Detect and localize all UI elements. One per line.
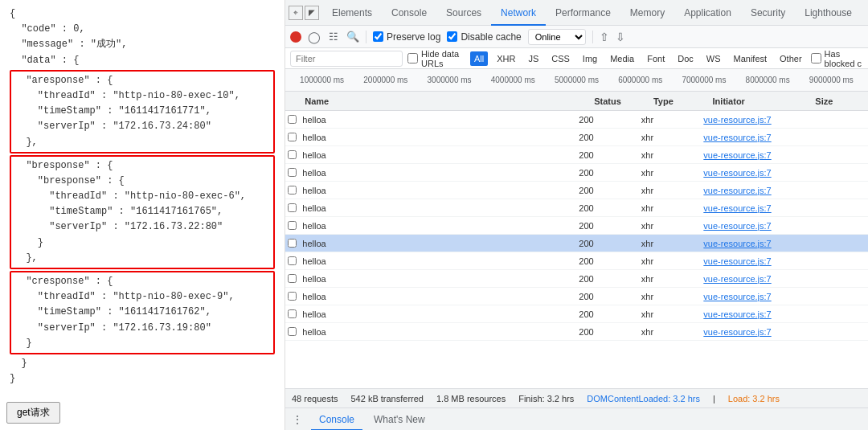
filter-all-button[interactable]: All (470, 51, 488, 66)
table-row[interactable]: helloa 200 xhr vue-resource.js:7 (285, 146, 868, 164)
row-initiator[interactable]: vue-resource.js:7 (697, 150, 805, 160)
hide-data-urls-text: Hide data URLs (421, 49, 465, 68)
disable-cache-label[interactable]: Disable cache (447, 31, 521, 43)
row-initiator[interactable]: vue-resource.js:7 (697, 168, 805, 178)
row-type: xhr (635, 186, 698, 195)
tab-lighthouse[interactable]: Lighthouse (795, 0, 862, 26)
row-initiator[interactable]: vue-resource.js:7 (697, 239, 805, 248)
row-initiator[interactable]: vue-resource.js:7 (697, 309, 805, 319)
filter-other-button[interactable]: Other (776, 51, 806, 66)
inspect-icon[interactable]: ⌖ (289, 6, 303, 20)
row-initiator[interactable]: vue-resource.js:7 (697, 327, 805, 337)
row-initiator[interactable]: vue-resource.js:7 (697, 274, 805, 284)
cresponse-box: "cresponse" : { "threadId" : "http-nio-8… (10, 271, 275, 354)
row-checkbox[interactable] (285, 309, 299, 318)
tab-performance[interactable]: Performance (546, 0, 620, 26)
row-checkbox[interactable] (285, 186, 299, 195)
row-type: xhr (635, 327, 698, 337)
row-checkbox[interactable] (285, 239, 299, 248)
filter-ws-button[interactable]: WS (702, 51, 725, 66)
table-row[interactable]: helloa 200 xhr vue-resource.js:7 (285, 252, 868, 270)
table-row[interactable]: helloa 200 xhr vue-resource.js:7 (285, 182, 868, 199)
search-icon[interactable]: 🔍 (346, 31, 359, 43)
row-initiator[interactable]: vue-resource.js:7 (697, 256, 805, 266)
table-body: helloa 200 xhr vue-resource.js:7 helloa … (285, 111, 868, 341)
row-checkbox[interactable] (285, 115, 299, 124)
row-name: helloa (299, 115, 572, 125)
row-name: helloa (299, 292, 572, 301)
preserve-log-checkbox[interactable] (373, 31, 383, 42)
tab-whatsnew[interactable]: What's New (366, 408, 433, 431)
table-row[interactable]: helloa 200 xhr vue-resource.js:7 (285, 199, 868, 217)
disable-cache-checkbox[interactable] (447, 31, 457, 42)
more-tabs-icon[interactable]: › (862, 6, 868, 20)
row-checkbox[interactable] (285, 203, 299, 212)
get-request-button[interactable]: get请求 (6, 402, 60, 424)
row-initiator[interactable]: vue-resource.js:7 (697, 186, 805, 195)
row-name: helloa (299, 327, 572, 337)
row-name: helloa (299, 133, 572, 142)
filter-js-button[interactable]: JS (524, 51, 542, 66)
row-checkbox[interactable] (285, 150, 299, 159)
row-type: xhr (635, 256, 698, 266)
row-checkbox[interactable] (285, 133, 299, 141)
col-type-header: Type (647, 96, 706, 106)
table-row[interactable]: helloa 200 xhr vue-resource.js:7 (285, 129, 868, 146)
row-checkbox[interactable] (285, 327, 299, 336)
table-row[interactable]: helloa 200 xhr vue-resource.js:7 (285, 235, 868, 252)
tab-memory[interactable]: Memory (620, 0, 674, 26)
filter-img-button[interactable]: Img (579, 51, 601, 66)
row-checkbox[interactable] (285, 168, 299, 177)
row-status: 200 (572, 168, 635, 178)
table-row[interactable]: helloa 200 xhr vue-resource.js:7 (285, 305, 868, 323)
timeline-marker-7: 7000000 ms (672, 76, 735, 84)
tab-sources[interactable]: Sources (436, 0, 491, 26)
tab-console[interactable]: Console (382, 0, 436, 26)
row-checkbox[interactable] (285, 292, 299, 301)
tab-console-bottom[interactable]: Console (311, 408, 362, 431)
import-button[interactable]: ⇧ (600, 31, 609, 43)
table-row[interactable]: helloa 200 xhr vue-resource.js:7 (285, 288, 868, 305)
console-menu-icon[interactable]: ⋮ (292, 413, 303, 426)
row-name: helloa (299, 256, 572, 266)
filter-media-button[interactable]: Media (606, 51, 638, 66)
record-button[interactable] (290, 31, 301, 43)
filter-xhr-button[interactable]: XHR (493, 51, 519, 66)
row-initiator[interactable]: vue-resource.js:7 (697, 221, 805, 231)
tab-elements[interactable]: Elements (322, 0, 382, 26)
tab-network[interactable]: Network (491, 0, 546, 26)
row-checkbox[interactable] (285, 256, 299, 265)
hide-data-urls-checkbox[interactable] (407, 53, 418, 63)
table-row[interactable]: helloa 200 xhr vue-resource.js:7 (285, 217, 868, 235)
preserve-log-label[interactable]: Preserve log (373, 31, 440, 43)
row-checkbox[interactable] (285, 274, 299, 283)
row-initiator[interactable]: vue-resource.js:7 (697, 115, 805, 125)
table-row[interactable]: helloa 200 xhr vue-resource.js:7 (285, 164, 868, 182)
filter-css-button[interactable]: CSS (547, 51, 574, 66)
filter-icon[interactable]: ☷ (327, 31, 340, 43)
tab-security[interactable]: Security (741, 0, 795, 26)
export-button[interactable]: ⇩ (616, 31, 625, 43)
json-line: "message" : "成功", (10, 37, 275, 52)
row-checkbox[interactable] (285, 221, 299, 230)
throttle-select[interactable]: Online Fast 3G Slow 3G Offline (528, 29, 586, 45)
table-row[interactable]: helloa 200 xhr vue-resource.js:7 (285, 111, 868, 129)
separator: | (713, 394, 715, 403)
col-name-header: Name (298, 96, 588, 106)
filter-doc-button[interactable]: Doc (674, 51, 698, 66)
tab-application[interactable]: Application (674, 0, 741, 26)
row-status: 200 (572, 221, 635, 231)
table-row[interactable]: helloa 200 xhr vue-resource.js:7 (285, 323, 868, 341)
table-row[interactable]: helloa 200 xhr vue-resource.js:7 (285, 270, 868, 288)
row-initiator[interactable]: vue-resource.js:7 (697, 203, 805, 213)
clear-button[interactable]: ◯ (308, 31, 321, 43)
row-initiator[interactable]: vue-resource.js:7 (697, 292, 805, 301)
filter-manifest-button[interactable]: Manifest (729, 51, 771, 66)
row-initiator[interactable]: vue-resource.js:7 (697, 133, 805, 142)
device-icon[interactable]: ◤ (305, 6, 319, 20)
filter-font-button[interactable]: Font (643, 51, 669, 66)
hide-data-urls-label[interactable]: Hide data URLs (407, 49, 465, 68)
has-blocked-checkbox[interactable] (811, 53, 821, 63)
network-toolbar: ◯ ☷ 🔍 Preserve log Disable cache Online … (285, 26, 868, 48)
filter-input[interactable] (290, 51, 403, 67)
